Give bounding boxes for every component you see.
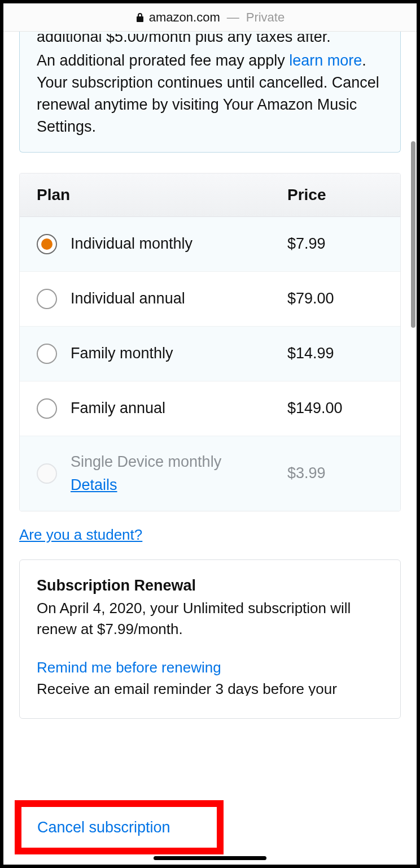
- plan-row-individual-annual[interactable]: Individual annual $79.00: [20, 272, 400, 327]
- cancel-subscription-highlight: Cancel subscription: [15, 800, 224, 854]
- remind-body: Receive an email reminder 3 days before …: [37, 680, 337, 696]
- plan-label: Single Device monthly: [71, 453, 221, 470]
- plan-row-family-monthly[interactable]: Family monthly $14.99: [20, 327, 400, 381]
- plan-price: $7.99: [287, 235, 383, 253]
- renewal-body: On April 4, 2020, your Unlimited subscri…: [37, 598, 383, 640]
- radio-disabled-icon: [37, 463, 57, 484]
- radio-selected-icon[interactable]: [37, 234, 57, 254]
- plan-table: Plan Price Individual monthly $7.99 Indi…: [19, 173, 401, 511]
- cancel-subscription-link[interactable]: Cancel subscription: [37, 819, 170, 836]
- plan-row-single-device: Single Device monthly Details $3.99: [20, 436, 400, 511]
- plan-label: Individual monthly: [71, 235, 287, 253]
- address-private-label: Private: [246, 10, 285, 25]
- lock-icon: [135, 12, 145, 23]
- plan-label: Family monthly: [71, 345, 287, 362]
- learn-more-link[interactable]: learn more: [289, 52, 362, 69]
- address-separator: —: [227, 10, 239, 25]
- remind-me-link[interactable]: Remind me before renewing: [37, 659, 221, 676]
- plan-label: Individual annual: [71, 290, 287, 307]
- renewal-box: Subscription Renewal On April 4, 2020, y…: [19, 559, 401, 719]
- plan-price: $79.00: [287, 290, 383, 307]
- address-domain: amazon.com: [149, 10, 220, 25]
- info-clipped-line: additional $5.00/month plus any taxes af…: [37, 34, 383, 48]
- promo-info-box: additional $5.00/month plus any taxes af…: [19, 32, 401, 153]
- plan-row-individual-monthly[interactable]: Individual monthly $7.99: [20, 217, 400, 272]
- browser-address-bar: amazon.com — Private: [3, 3, 417, 32]
- header-price: Price: [287, 186, 383, 204]
- radio-icon[interactable]: [37, 289, 57, 309]
- plan-row-family-annual[interactable]: Family annual $149.00: [20, 381, 400, 436]
- plan-label: Family annual: [71, 400, 287, 417]
- info-body: An additional prorated fee may apply lea…: [37, 52, 379, 135]
- plan-price: $149.00: [287, 400, 383, 417]
- student-link[interactable]: Are you a student?: [19, 526, 401, 544]
- radio-icon[interactable]: [37, 398, 57, 419]
- radio-icon[interactable]: [37, 344, 57, 364]
- single-device-details-link[interactable]: Details: [71, 476, 287, 494]
- plan-price: $3.99: [287, 465, 383, 482]
- renewal-heading: Subscription Renewal: [37, 577, 383, 594]
- plan-price: $14.99: [287, 345, 383, 362]
- plan-table-header: Plan Price: [20, 173, 400, 217]
- header-plan: Plan: [37, 186, 287, 204]
- home-indicator: [154, 856, 266, 860]
